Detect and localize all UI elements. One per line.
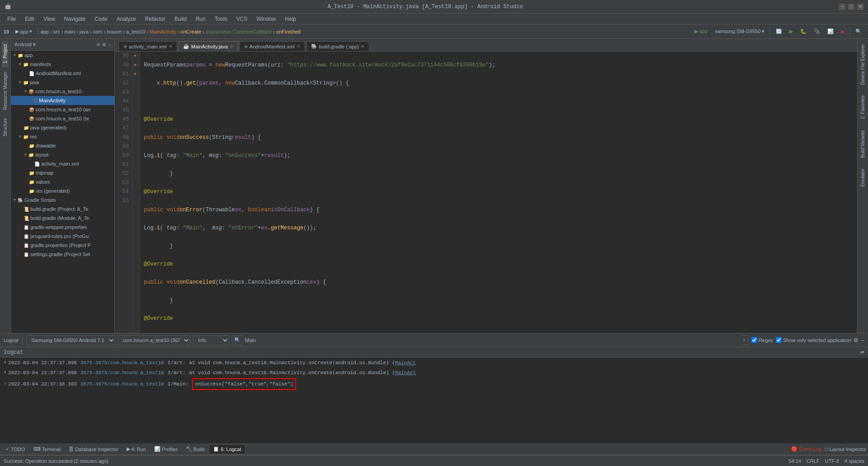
menu-tools[interactable]: Tools [211, 15, 231, 23]
debug-button[interactable]: 🐛 [797, 28, 809, 35]
profile-button[interactable]: 📊 [825, 28, 836, 35]
settings-button[interactable]: ⚙ [102, 42, 106, 47]
close-button[interactable]: ✕ [857, 4, 863, 10]
bottom-tab-terminal[interactable]: ⌨ Terminal [30, 444, 65, 454]
level-dropdown[interactable]: Info Verbose Debug Warn Error [193, 335, 229, 345]
tab-androidmanifest[interactable]: ◈ AndroidManifest.xml ✕ [239, 41, 305, 51]
logcat-wrap-button[interactable]: ⇌ [860, 349, 864, 355]
minimize-button[interactable]: ─ [839, 4, 845, 10]
stop-button[interactable]: ■ [838, 28, 847, 35]
tab-close-build-gradle[interactable]: ✕ [361, 44, 364, 49]
bottom-tab-profiler[interactable]: 📊 Profiler [151, 444, 181, 454]
tree-item-build-gradle-mod[interactable]: 📜 build.gradle (Module: A_Te [11, 214, 114, 223]
attach-debugger-button[interactable]: 📎 [811, 28, 823, 35]
menu-view[interactable]: View [40, 15, 59, 23]
device-dropdown[interactable]: Samsung SM-G9550 Android 7.1 [26, 335, 115, 345]
bottom-tab-build[interactable]: 🔨 Build [182, 444, 208, 454]
tab-close-activity-main[interactable]: ✕ [169, 44, 172, 49]
maximize-button[interactable]: □ [848, 4, 854, 10]
menu-file[interactable]: File [4, 15, 19, 23]
menu-edit[interactable]: Edit [21, 15, 38, 23]
menu-vcs[interactable]: VCS [233, 15, 251, 23]
project-panel-toggle[interactable]: 1: Project [2, 41, 9, 67]
window-controls[interactable]: ─ □ ✕ [839, 4, 863, 10]
tab-mainactivity[interactable]: ☕ MainActivity.java ✕ [178, 41, 238, 51]
app-run-config[interactable]: ▶ app ▾ [13, 28, 34, 35]
search-everywhere-button[interactable]: 🔍 [853, 28, 864, 35]
logcat-row-1[interactable]: ⬇ 2022-03-04 22:37:37.096 3675-3675/com.… [0, 358, 868, 368]
tree-item-res[interactable]: ▼ 📁 res [11, 132, 114, 141]
bottom-tab-todo[interactable]: ✓ TODO [2, 444, 29, 454]
favorites-toggle[interactable]: 2: Favorites [859, 92, 866, 123]
bottom-tab-logcat[interactable]: 📋 6: Logcat [209, 444, 245, 454]
menu-code[interactable]: Code [91, 15, 111, 23]
tree-item-java[interactable]: ▼ 📁 java [11, 78, 114, 87]
emulator-toggle[interactable]: Emulator [859, 165, 866, 190]
resource-manager-toggle[interactable]: Resource Manager [2, 68, 9, 114]
tree-arrow-gradle[interactable]: ▼ [13, 198, 17, 202]
tree-item-drawable[interactable]: 📁 drawable [11, 141, 114, 150]
logcat-link-2[interactable]: MainAct [395, 368, 416, 377]
menu-refactor[interactable]: Refactor [142, 15, 169, 23]
tree-item-mipmap[interactable]: 📁 mipmap [11, 168, 114, 177]
tree-item-build-gradle-proj[interactable]: 📜 build.gradle (Project: A_Te [11, 204, 114, 214]
tree-item-com-hnucm[interactable]: ▼ 📦 com.hnucm.a_test10 [11, 87, 114, 96]
run-button[interactable]: ▶ app [692, 28, 710, 35]
tree-item-gradle-scripts[interactable]: ▼ 🐘 Gradle Scripts [11, 195, 114, 204]
bottom-tab-db-inspector[interactable]: 🗄 Database Inspector [65, 444, 122, 454]
tree-item-settings-gradle[interactable]: 📋 settings.gradle (Project Set [11, 250, 114, 259]
layout-inspector-link[interactable]: □ Layout Inspector [825, 447, 866, 452]
tab-build-gradle[interactable]: 🐘 build.gradle (:app) ✕ [306, 41, 370, 51]
tree-item-gradle-props[interactable]: 📋 gradle.properties (Project P [11, 241, 114, 250]
logcat-link-1[interactable]: MainAct [395, 358, 416, 367]
collapse-button[interactable]: – [108, 42, 111, 47]
tab-close-mainactivity[interactable]: ✕ [230, 44, 233, 49]
event-log-link[interactable]: 🔴 Event Log [791, 446, 821, 452]
tree-item-app[interactable]: ▼ 📁 app [11, 51, 114, 60]
code-content[interactable]: RequestParams params = new RequestParams… [140, 52, 857, 333]
tree-item-values[interactable]: 📁 values [11, 177, 114, 186]
search-clear-button[interactable]: ✕ [741, 337, 748, 343]
menu-window[interactable]: Window [253, 15, 279, 23]
menu-build[interactable]: Build [171, 15, 190, 23]
tree-arrow-manifests[interactable]: ▼ [18, 62, 22, 67]
logcat-row-3[interactable]: ⬆ 2022-03-04 22:37:38.303 3675-3675/com.… [0, 378, 868, 390]
filter-checkbox-container[interactable]: Show only selected application [776, 337, 851, 343]
tree-item-androidmanifest[interactable]: 📄 AndroidManifest.xml [11, 69, 114, 78]
bottom-tab-run[interactable]: ▶ 4: Run [123, 444, 150, 454]
logcat-search-input[interactable] [242, 335, 741, 345]
tree-item-mainactivity[interactable]: C MainActivity [11, 96, 114, 105]
tree-item-proguard[interactable]: 📋 proguard-rules.pro (ProGu [11, 232, 114, 241]
tab-close-androidmanifest[interactable]: ✕ [297, 44, 300, 49]
tree-item-activity-main[interactable]: 📄 activity_main.xml [11, 159, 114, 168]
run-app-button[interactable]: ▶ [787, 28, 796, 35]
device-file-explorer-toggle[interactable]: Device File Explorer [859, 41, 866, 88]
menu-analyze[interactable]: Analyze [113, 15, 140, 23]
build-variants-toggle[interactable]: Build Variants [859, 127, 866, 162]
package-dropdown[interactable]: com.hnucm.a_test10 (3675) [118, 335, 190, 345]
tree-arrow-com-hnucm[interactable]: ▼ [24, 89, 28, 94]
regex-checkbox-container[interactable]: Regex [751, 337, 773, 343]
structure-toggle[interactable]: Structure [2, 114, 9, 140]
tree-item-com-hnucm-an[interactable]: 📦 com.hnucm.a_test10 (an [11, 105, 114, 114]
tree-item-gradle-wrapper[interactable]: 📋 gradle-wrapper.properties [11, 223, 114, 232]
sync-project-button[interactable]: ⟳ [97, 42, 100, 47]
menu-navigate[interactable]: Navigate [61, 15, 89, 23]
menu-help[interactable]: Help [281, 15, 300, 23]
logcat-settings-button[interactable]: ⚙ [854, 337, 859, 343]
tab-activity-main[interactable]: ◈ activity_main.xml ✕ [118, 41, 177, 51]
menu-run[interactable]: Run [192, 15, 209, 23]
logcat-minimize-button[interactable]: – [861, 337, 864, 343]
tree-item-manifests[interactable]: ▼ 📁 manifests [11, 60, 114, 69]
device-select[interactable]: samsung SM-G9550 ▾ [712, 28, 767, 35]
tree-item-com-hnucm-te[interactable]: 📦 com.hnucm.a_test10 (te [11, 114, 114, 123]
tree-item-layout[interactable]: ▼ 📁 layout [11, 150, 114, 159]
filter-checkbox[interactable] [776, 337, 782, 343]
tree-item-java-gen[interactable]: 📁 java (generated) [11, 123, 114, 132]
tree-arrow-app[interactable]: ▼ [13, 53, 17, 57]
regex-checkbox[interactable] [751, 337, 757, 343]
sync-button[interactable]: 🔄 [773, 28, 785, 35]
tree-arrow-layout[interactable]: ▼ [24, 152, 28, 157]
logcat-row-2[interactable]: ⬇ 2022-03-04 22:37:37.096 3675-3675/com.… [0, 368, 868, 378]
tree-arrow-java[interactable]: ▼ [18, 80, 22, 85]
